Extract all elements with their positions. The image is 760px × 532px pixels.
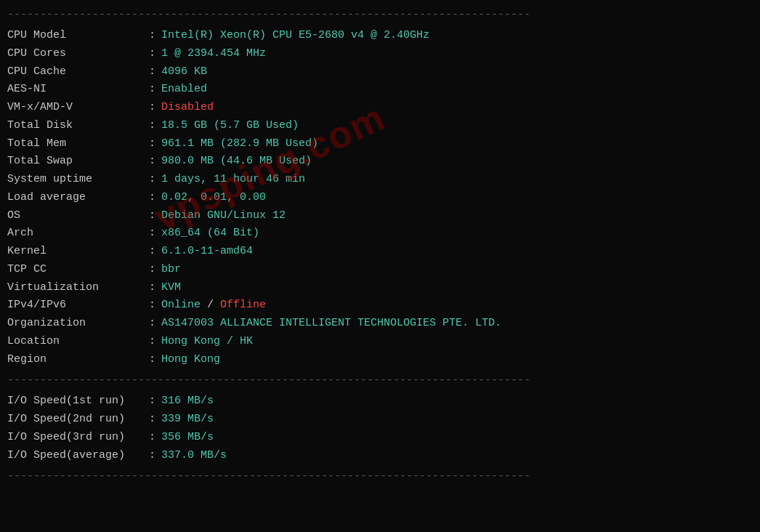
system-info-row: TCP CC: bbr [7, 261, 753, 279]
row-value: 316 MB/s [161, 392, 214, 411]
top-divider: ----------------------------------------… [7, 9, 753, 21]
row-label: AES-NI [7, 81, 149, 99]
row-colon: : [149, 171, 155, 189]
row-value: Hong Kong [161, 351, 220, 369]
system-info-row: CPU Cache: 4096 KB [7, 63, 753, 81]
row-colon: : [149, 63, 155, 81]
system-info-row: AES-NI: Enabled [7, 81, 753, 99]
row-label: CPU Cache [7, 63, 149, 81]
system-info-row: Total Mem: 961.1 MB (282.9 MB Used) [7, 135, 753, 153]
io-info-row: I/O Speed(average): 337.0 MB/s [7, 447, 753, 465]
row-value: 1 days, 11 hour 46 min [161, 171, 305, 189]
system-info-row: Virtualization: KVM [7, 279, 753, 297]
row-label: Total Disk [7, 117, 149, 135]
row-value: KVM [161, 279, 181, 297]
row-colon: : [149, 117, 155, 135]
system-info-row: IPv4/IPv6: Online / Offline [7, 297, 753, 315]
row-label: Total Swap [7, 153, 149, 171]
system-info-table: CPU Model: Intel(R) Xeon(R) CPU E5-2680 … [7, 24, 753, 371]
row-colon: : [149, 225, 155, 243]
row-value: Disabled [161, 99, 214, 117]
row-value: 4096 KB [161, 63, 207, 81]
system-info-row: System uptime: 1 days, 11 hour 46 min [7, 171, 753, 189]
middle-divider: ----------------------------------------… [7, 374, 753, 387]
row-colon: : [149, 351, 155, 369]
system-info-row: Region: Hong Kong [7, 351, 753, 369]
row-colon: : [149, 207, 155, 225]
io-info-row: I/O Speed(3rd run): 356 MB/s [7, 429, 753, 447]
system-info-row: Kernel: 6.1.0-11-amd64 [7, 243, 753, 261]
ipv-slash: / [201, 299, 220, 311]
system-info-row: CPU Cores: 1 @ 2394.454 MHz [7, 45, 753, 63]
row-colon: : [149, 153, 155, 171]
io-info-table: I/O Speed(1st run): 316 MB/sI/O Speed(2n… [7, 390, 753, 467]
ipv6-status: Offline [220, 299, 266, 311]
row-colon: : [149, 135, 155, 153]
row-label: Organization [7, 315, 149, 333]
row-label: Location [7, 333, 149, 351]
ipv4-status: Online [161, 299, 201, 311]
system-info-row: VM-x/AMD-V: Disabled [7, 99, 753, 117]
row-value: 980.0 MB (44.6 MB Used) [161, 153, 312, 171]
row-value: x86_64 (64 Bit) [161, 225, 259, 243]
row-value: Enabled [161, 81, 207, 99]
row-label: Load average [7, 189, 149, 207]
row-value: 356 MB/s [161, 429, 214, 447]
row-value: 961.1 MB (282.9 MB Used) [161, 135, 318, 153]
row-colon: : [149, 261, 155, 279]
row-value: 0.02, 0.01, 0.00 [161, 189, 266, 207]
row-value: bbr [161, 261, 181, 279]
row-value: 339 MB/s [161, 411, 214, 429]
row-colon: : [149, 279, 155, 297]
row-label: Total Mem [7, 135, 149, 153]
row-label: OS [7, 207, 149, 225]
row-label: IPv4/IPv6 [7, 297, 149, 315]
row-value: Intel(R) Xeon(R) CPU E5-2680 v4 @ 2.40GH… [161, 27, 429, 45]
system-info-row: Arch: x86_64 (64 Bit) [7, 225, 753, 243]
row-value: Online / Offline [161, 297, 266, 315]
row-label: CPU Cores [7, 45, 149, 63]
row-colon: : [149, 392, 155, 411]
row-colon: : [149, 45, 155, 63]
row-colon: : [149, 27, 155, 45]
row-colon: : [149, 447, 155, 465]
system-info-row: OS: Debian GNU/Linux 12 [7, 207, 753, 225]
row-label: I/O Speed(3rd run) [7, 429, 149, 447]
row-label: I/O Speed(2nd run) [7, 411, 149, 429]
row-value: Hong Kong / HK [161, 333, 253, 351]
row-label: Virtualization [7, 279, 149, 297]
row-label: Kernel [7, 243, 149, 261]
row-label: I/O Speed(average) [7, 447, 149, 465]
row-value: AS147003 ALLIANCE INTELLIGENT TECHNOLOGI… [161, 315, 501, 333]
row-colon: : [149, 243, 155, 261]
io-info-row: I/O Speed(1st run): 316 MB/s [7, 392, 753, 411]
row-colon: : [149, 81, 155, 99]
row-label: I/O Speed(1st run) [7, 392, 149, 411]
row-colon: : [149, 315, 155, 333]
row-label: CPU Model [7, 27, 149, 45]
row-value: 18.5 GB (5.7 GB Used) [161, 117, 299, 135]
row-colon: : [149, 333, 155, 351]
bottom-divider: ----------------------------------------… [7, 470, 753, 483]
row-colon: : [149, 411, 155, 429]
system-info-row: Location: Hong Kong / HK [7, 333, 753, 351]
row-value: 6.1.0-11-amd64 [161, 243, 253, 261]
row-label: System uptime [7, 171, 149, 189]
io-info-row: I/O Speed(2nd run): 339 MB/s [7, 411, 753, 429]
row-value: 337.0 MB/s [161, 447, 227, 465]
row-colon: : [149, 429, 155, 447]
system-info-row: Load average: 0.02, 0.01, 0.00 [7, 189, 753, 207]
row-value: 1 @ 2394.454 MHz [161, 45, 266, 63]
row-label: Arch [7, 225, 149, 243]
row-colon: : [149, 189, 155, 207]
system-info-row: Total Disk: 18.5 GB (5.7 GB Used) [7, 117, 753, 135]
row-colon: : [149, 297, 155, 315]
row-colon: : [149, 99, 155, 117]
system-info-row: CPU Model: Intel(R) Xeon(R) CPU E5-2680 … [7, 27, 753, 45]
system-info-row: Total Swap: 980.0 MB (44.6 MB Used) [7, 153, 753, 171]
system-info-row: Organization: AS147003 ALLIANCE INTELLIG… [7, 315, 753, 333]
row-label: VM-x/AMD-V [7, 99, 149, 117]
row-label: TCP CC [7, 261, 149, 279]
row-value: Debian GNU/Linux 12 [161, 207, 286, 225]
row-label: Region [7, 351, 149, 369]
